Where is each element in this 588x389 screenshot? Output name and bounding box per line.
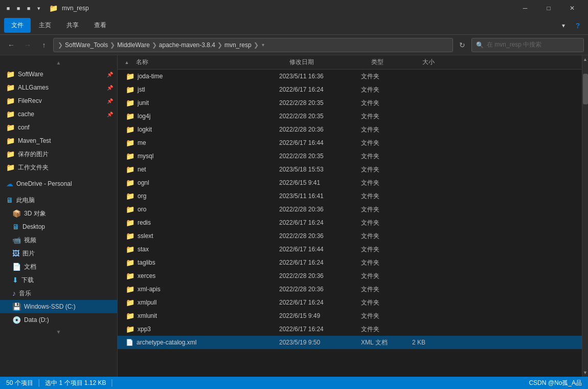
sidebar-item-windows-ssd[interactable]: 💾 Windows-SSD (C:) <box>0 300 117 313</box>
file-type: 文件夹 <box>357 245 408 254</box>
sidebar-item-thispc[interactable]: 🖥 此电脑 <box>0 193 117 207</box>
table-row[interactable]: 📁 junit 2022/2/28 20:35 文件夹 <box>118 96 582 110</box>
table-row[interactable]: 📄 archetype-catalog.xml 2023/5/19 9:50 X… <box>118 336 582 349</box>
scroll-down-arrow[interactable]: ▼ <box>582 369 588 377</box>
sidebar-item-documents[interactable]: 📄 文档 <box>0 260 117 273</box>
status-csdn: CSDN @No孤_A品 <box>529 379 582 387</box>
window-toolbar-icons: ■ ■ ■ ▾ <box>4 4 43 12</box>
col-header-name[interactable]: 名称 <box>132 58 285 67</box>
file-name: xpp3 <box>138 326 151 333</box>
file-date: 2022/2/28 20:36 <box>275 272 357 279</box>
main-area: ▲ 📁 SoftWare 📌 📁 ALLGames 📌 📁 FileRecv 📌… <box>0 55 588 377</box>
tab-view[interactable]: 查看 <box>87 18 114 33</box>
window-folder-icon: 📁 <box>49 4 58 12</box>
table-row[interactable]: 📁 net 2023/5/18 15:53 文件夹 <box>118 163 582 176</box>
file-name: xerces <box>138 272 155 279</box>
path-softwaretools[interactable]: SoftWare_Tools <box>65 41 108 49</box>
toolbar-icon-1: ■ <box>4 4 12 12</box>
search-placeholder: 在 mvn_resp 中搜索 <box>487 40 541 49</box>
table-row[interactable]: 📁 taglibs 2022/6/17 16:24 文件夹 <box>118 256 582 269</box>
table-row[interactable]: 📁 xmlpull 2022/6/17 16:24 文件夹 <box>118 296 582 309</box>
sidebar-item-music[interactable]: ♪ 音乐 <box>0 287 117 300</box>
sidebar-item-savedpics[interactable]: 📁 保存的图片 <box>0 147 117 161</box>
file-date: 2022/2/28 20:36 <box>275 206 357 213</box>
table-row[interactable]: 📁 logkit 2022/2/28 20:36 文件夹 <box>118 123 582 136</box>
sidebar-item-3dobjects[interactable]: 📦 3D 对象 <box>0 207 117 220</box>
table-row[interactable]: 📁 oro 2022/2/28 20:36 文件夹 <box>118 203 582 216</box>
forward-button[interactable]: → <box>20 38 35 52</box>
right-scrollbar[interactable]: ▲ ▼ <box>582 55 588 377</box>
sidebar-item-videos[interactable]: 📹 视频 <box>0 233 117 247</box>
file-type: 文件夹 <box>357 298 408 307</box>
ribbon-chevron-down-icon[interactable]: ▾ <box>557 19 570 32</box>
back-button[interactable]: ← <box>4 38 18 52</box>
toolbar-icon-dropdown[interactable]: ▾ <box>35 4 43 12</box>
table-row[interactable]: 📁 log4j 2022/2/28 20:35 文件夹 <box>118 110 582 123</box>
folder-icon: 📁 <box>126 325 134 333</box>
table-row[interactable]: 📁 me 2022/6/17 16:44 文件夹 <box>118 136 582 149</box>
table-row[interactable]: 📁 jstl 2022/6/17 16:24 文件夹 <box>118 83 582 96</box>
folder-icon: 📁 <box>126 112 134 120</box>
table-row[interactable]: 📁 ognl 2022/6/15 9:41 文件夹 <box>118 176 582 189</box>
refresh-button[interactable]: ↻ <box>455 38 469 52</box>
sidebar-item-maventest[interactable]: 📁 Maven_Test <box>0 134 117 147</box>
titlebar: ■ ■ ■ ▾ 📁 mvn_resp ─ □ ✕ <box>0 0 588 16</box>
table-row[interactable]: 📁 xpp3 2022/6/17 16:24 文件夹 <box>118 322 582 336</box>
sidebar-item-allgames[interactable]: 📁 ALLGames 📌 <box>0 81 117 94</box>
table-row[interactable]: 📁 redis 2022/6/17 16:24 文件夹 <box>118 216 582 229</box>
folder-icon: 📁 <box>6 83 15 92</box>
statusbar: 50 个项目 │ 选中 1 个项目 1.12 KB │ CSDN @No孤_A品 <box>0 377 588 389</box>
tab-file[interactable]: 文件 <box>4 18 31 33</box>
file-name: net <box>138 166 146 173</box>
folder-icon: 📁 <box>126 312 134 320</box>
scroll-up-arrow[interactable]: ▲ <box>582 55 588 63</box>
scroll-thumb[interactable] <box>583 74 588 104</box>
sidebar-item-workfolder[interactable]: 📁 工作文件夹 <box>0 161 117 174</box>
sidebar-item-downloads[interactable]: ⬇ 下载 <box>0 273 117 287</box>
path-middleware[interactable]: MiddleWare <box>117 41 150 49</box>
col-header-date[interactable]: 修改日期 <box>285 58 367 67</box>
file-name: junit <box>138 99 149 106</box>
file-name: taglibs <box>138 259 155 266</box>
tab-share[interactable]: 共享 <box>59 18 86 33</box>
file-type: 文件夹 <box>357 72 408 81</box>
tab-home[interactable]: 主页 <box>32 18 58 33</box>
folder-icon: 📁 <box>126 99 134 107</box>
up-button[interactable]: ↑ <box>37 38 51 52</box>
table-row[interactable]: 📁 xml-apis 2022/2/28 20:36 文件夹 <box>118 283 582 296</box>
col-header-size[interactable]: 大小 <box>418 58 578 67</box>
sidebar-item-software[interactable]: 📁 SoftWare 📌 <box>0 68 117 81</box>
path-apachemaven[interactable]: apache-maven-3.8.4 <box>159 41 215 49</box>
close-button[interactable]: ✕ <box>560 0 584 16</box>
path-dropdown-icon[interactable]: ▾ <box>262 42 264 48</box>
sidebar-item-data-d[interactable]: 💿 Data (D:) <box>0 313 117 327</box>
table-row[interactable]: 📁 mysql 2022/2/28 20:35 文件夹 <box>118 149 582 163</box>
col-header-type[interactable]: 类型 <box>367 58 418 67</box>
sidebar-item-desktop[interactable]: 🖥 Desktop <box>0 220 117 233</box>
window-title: mvn_resp <box>62 5 89 12</box>
xml-icon: 📄 <box>126 339 133 346</box>
sidebar-item-cache[interactable]: 📁 cache 📌 <box>0 107 117 121</box>
table-row[interactable]: 📁 stax 2022/6/17 16:44 文件夹 <box>118 243 582 256</box>
table-row[interactable]: 📁 joda-time 2023/5/11 16:36 文件夹 <box>118 70 582 83</box>
sidebar-item-filerecv[interactable]: 📁 FileRecv 📌 <box>0 94 117 107</box>
table-row[interactable]: 📁 sslext 2022/2/28 20:36 文件夹 <box>118 229 582 243</box>
minimize-button[interactable]: ─ <box>513 0 537 16</box>
table-row[interactable]: 📁 xerces 2022/2/28 20:36 文件夹 <box>118 269 582 283</box>
file-name: redis <box>138 219 151 226</box>
maximize-button[interactable]: □ <box>537 0 560 16</box>
table-row[interactable]: 📁 xmlunit 2022/6/15 9:49 文件夹 <box>118 309 582 322</box>
scroll-track[interactable] <box>582 63 588 369</box>
search-box[interactable]: 🔍 在 mvn_resp 中搜索 <box>471 38 584 52</box>
file-name: xml-apis <box>138 286 161 293</box>
table-row[interactable]: 📁 org 2023/5/11 16:41 文件夹 <box>118 189 582 203</box>
sidebar-item-onedrive[interactable]: ☁ OneDrive - Personal <box>0 177 117 190</box>
file-date: 2023/5/19 9:50 <box>275 339 357 346</box>
folder-icon: 📁 <box>126 205 134 213</box>
file-type: XML 文档 <box>357 338 408 347</box>
sidebar-item-pictures[interactable]: 🖼 图片 <box>0 247 117 260</box>
address-path[interactable]: ❯ SoftWare_Tools ❯ MiddleWare ❯ apache-m… <box>53 38 453 52</box>
help-icon[interactable]: ? <box>572 19 584 32</box>
sidebar-item-conf[interactable]: 📁 conf <box>0 121 117 134</box>
path-mvnresp[interactable]: mvn_resp <box>224 41 252 49</box>
